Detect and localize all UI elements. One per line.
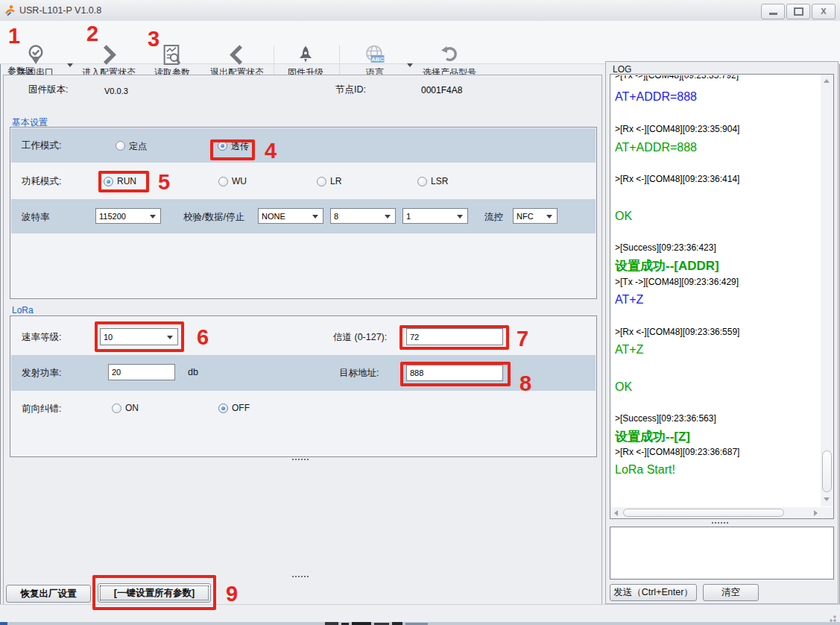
- power-mode-option-label: LR: [330, 176, 341, 186]
- databits-select-value: 8: [334, 212, 338, 221]
- annotation-box-8: [400, 362, 511, 386]
- close-button[interactable]: X: [812, 4, 836, 19]
- chevron-right-icon: [98, 44, 119, 66]
- annotation-number-9: 9: [226, 583, 238, 605]
- maximize-button[interactable]: [786, 4, 810, 19]
- flow-select-value: NFC: [517, 212, 534, 221]
- work-mode-radio-dingdian[interactable]: [116, 141, 125, 151]
- pin-check-icon: [25, 44, 46, 66]
- background-window-fragment: [0, 622, 7, 625]
- splitter-handle[interactable]: [712, 522, 728, 526]
- select-arrow-icon: [385, 215, 391, 219]
- splitter-handle[interactable]: [292, 459, 309, 462]
- node-id-label: 节点ID:: [335, 84, 366, 96]
- annotation-box-4: [210, 139, 255, 160]
- annotation-number-5: 5: [158, 172, 170, 193]
- log-line: 设置成功--[Z]: [615, 429, 818, 445]
- power-mode-radio-lr[interactable]: [317, 177, 326, 186]
- stopbits-select[interactable]: 1: [402, 208, 468, 224]
- lora-title: LoRa: [12, 305, 34, 315]
- log-line: AT+ADDR=888: [615, 139, 818, 155]
- firmware-version-value: V0.0.3: [104, 87, 128, 95]
- parity-label: 校验/数据/停止: [183, 211, 244, 224]
- scroll-down-icon[interactable]: [824, 497, 830, 501]
- title-bar: USR-L101-P V1.0.8 X: [0, 0, 840, 22]
- fec-radio-on[interactable]: [112, 403, 121, 413]
- log-line: >[Rx <-][COM48][09:23:36:687]: [615, 447, 818, 458]
- fec-option-label: ON: [125, 403, 139, 413]
- parity-select[interactable]: NONE: [258, 208, 323, 224]
- work-mode-row: [11, 128, 596, 163]
- send-button[interactable]: 发送（Ctrl+Enter）: [610, 584, 697, 601]
- log-line: >[Tx ->][COM48][09:23:36:429]: [615, 277, 818, 288]
- log-line: >[Success][09:23:36:563]: [615, 413, 818, 424]
- doc-search-icon: [161, 44, 183, 66]
- app-logo-icon: [4, 4, 16, 16]
- log-line: >[Success][09:23:36:423]: [615, 242, 818, 254]
- scroll-left-icon[interactable]: [614, 510, 618, 516]
- log-line: OK: [615, 208, 818, 224]
- firmware-version-label: 固件版本:: [28, 84, 68, 96]
- clear-button[interactable]: 清空: [703, 584, 759, 601]
- databits-select[interactable]: 8: [330, 208, 396, 224]
- annotation-number-3: 3: [148, 28, 160, 50]
- log-vertical-scrollbar[interactable]: [821, 75, 833, 506]
- tx-power-input[interactable]: [108, 364, 175, 380]
- language-dropdown-arrow[interactable]: [407, 63, 413, 67]
- minimize-button[interactable]: [761, 4, 785, 19]
- power-mode-radio-lsr[interactable]: [417, 177, 427, 186]
- node-id-value: 0001F4A8: [421, 85, 462, 95]
- minimize-icon: [769, 13, 777, 15]
- log-line: >[Rx <-][COM48][09:23:36:414]: [615, 174, 818, 185]
- log-line: AT+ADDR=888: [615, 89, 818, 104]
- annotation-number-7: 7: [517, 328, 528, 350]
- annotation-box-7: [400, 325, 509, 350]
- annotation-number-6: 6: [197, 327, 209, 348]
- resize-grip-icon[interactable]: [827, 613, 836, 622]
- log-line: >[Rx <-][COM48][09:23:36:559]: [615, 327, 818, 338]
- rocket-icon: [295, 44, 316, 66]
- splitter-handle[interactable]: [292, 576, 309, 580]
- target-address-label: 目标地址:: [339, 367, 379, 380]
- log-content: >[Tx ->][COM48][09:23:35:792] AT+ADDR=88…: [615, 75, 818, 506]
- annotation-box-6: [95, 321, 184, 352]
- tx-power-label: 发射功率:: [22, 367, 61, 380]
- fec-radio-off[interactable]: [218, 403, 228, 413]
- work-mode-label: 工作模式:: [22, 139, 61, 152]
- baud-label: 波特率: [22, 211, 50, 224]
- annotation-box-9: [92, 575, 216, 610]
- toolbar: 关闭串口 进入配置状态 读取参数 退出配置状态: [0, 21, 840, 64]
- log-line: 设置成功--[ADDR]: [615, 258, 818, 274]
- window-title: USR-L101-P V1.0.8: [19, 5, 101, 16]
- parity-select-value: NONE: [262, 212, 285, 221]
- work-mode-option-label: 定点: [129, 140, 147, 153]
- annotation-box-5: [98, 171, 149, 192]
- svg-text:ABC: ABC: [371, 56, 384, 63]
- vertical-scroll-thumb[interactable]: [822, 450, 832, 492]
- baud-select[interactable]: 115200: [95, 208, 161, 224]
- power-mode-option-label: LSR: [431, 176, 448, 186]
- annotation-number-1: 1: [8, 25, 20, 47]
- scroll-up-icon[interactable]: [824, 79, 830, 83]
- rate-label: 速率等级:: [22, 331, 61, 344]
- close-port-dropdown-arrow[interactable]: [67, 63, 73, 67]
- log-line: LoRa Start!: [615, 462, 818, 477]
- globe-language-icon: ABC: [364, 44, 386, 66]
- fec-option-label: OFF: [232, 403, 250, 413]
- select-arrow-icon: [312, 215, 318, 219]
- log-line: OK: [615, 379, 818, 395]
- flow-select[interactable]: NFC: [513, 208, 558, 224]
- annotation-number-2: 2: [86, 23, 98, 45]
- log-line: >[Rx <-][COM48][09:23:35:904]: [615, 124, 818, 135]
- annotation-number-8: 8: [520, 373, 531, 395]
- select-arrow-icon: [546, 215, 552, 219]
- horizontal-scroll-thumb[interactable]: [623, 509, 784, 517]
- scroll-right-icon[interactable]: [814, 510, 818, 516]
- flow-label: 流控: [484, 211, 503, 224]
- log-group-title: LOG: [613, 64, 631, 75]
- send-text-input[interactable]: [610, 527, 834, 580]
- fec-label: 前向纠错:: [22, 403, 61, 415]
- power-mode-radio-wu[interactable]: [218, 177, 228, 186]
- background-window-fragment: [325, 622, 338, 625]
- restore-factory-button[interactable]: 恢复出厂设置: [6, 585, 91, 603]
